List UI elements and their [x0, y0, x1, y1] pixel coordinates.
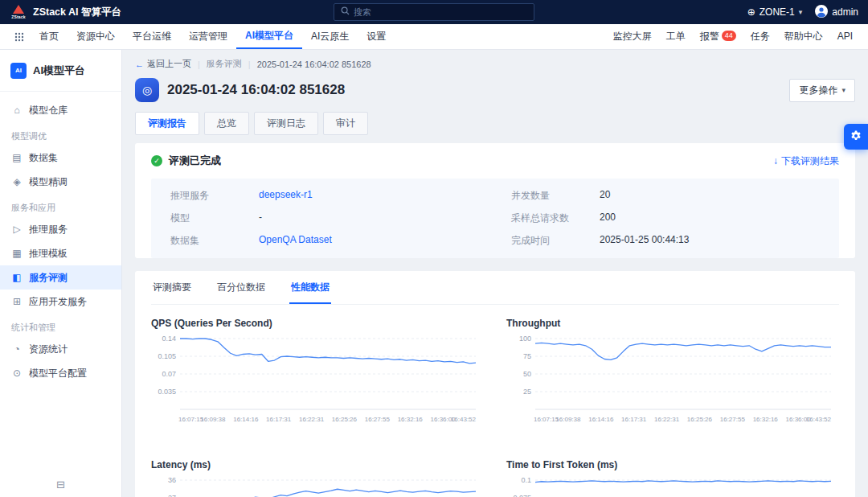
- svg-text:100: 100: [519, 335, 531, 343]
- zstack-logo: ZStack: [10, 2, 27, 22]
- field-total-requests: 采样总请求数 200: [511, 212, 820, 225]
- global-search[interactable]: [334, 3, 534, 21]
- svg-text:0.1: 0.1: [521, 476, 531, 484]
- page-title: 2025-01-24 16:04:02 851628: [167, 82, 345, 98]
- sidebar-item-inference-service[interactable]: ▷ 推理服务: [0, 217, 121, 241]
- back-button[interactable]: ← 返回上一页: [135, 58, 191, 70]
- username: admin: [832, 6, 858, 18]
- svg-text:16:25:26: 16:25:26: [687, 416, 713, 423]
- finetune-icon: ◈: [11, 176, 23, 187]
- nav-item-home[interactable]: 首页: [31, 25, 68, 48]
- tab-eval-summary[interactable]: 评测摘要: [151, 271, 193, 304]
- chart-canvas: 0.0250.050.0750.116:07:1516:09:3816:14:1…: [506, 474, 839, 497]
- field-model: 模型 -: [170, 212, 479, 225]
- global-search-input[interactable]: [354, 7, 527, 17]
- dataset-link[interactable]: OpenQA Dataset: [259, 234, 332, 248]
- breadcrumb-separator: |: [198, 60, 200, 69]
- floating-settings-button[interactable]: [844, 124, 868, 150]
- nav-item-ai-model-platform[interactable]: AI模型平台: [236, 24, 302, 49]
- zone-label: ZONE-1: [760, 6, 795, 18]
- chevron-down-icon: ▾: [799, 8, 803, 16]
- nav-item-operation-mgmt[interactable]: 运营管理: [180, 25, 236, 48]
- svg-text:16:27:55: 16:27:55: [365, 416, 391, 423]
- breadcrumb-item-service-eval[interactable]: 服务评测: [207, 58, 242, 70]
- tab-audit[interactable]: 审计: [323, 112, 368, 135]
- nav-item-settings[interactable]: 设置: [358, 25, 395, 48]
- sidebar-item-resource-stats[interactable]: ◔ 资源统计: [0, 337, 121, 361]
- globe-icon: ⊕: [747, 6, 755, 18]
- svg-text:75: 75: [523, 352, 531, 360]
- sidebar-header: AI AI模型平台: [0, 50, 121, 92]
- collapse-sidebar-icon: ⊟: [56, 479, 65, 491]
- sidebar-item-dataset[interactable]: ▤ 数据集: [0, 146, 121, 170]
- svg-text:50: 50: [523, 370, 531, 378]
- svg-text:0.035: 0.035: [158, 388, 176, 396]
- sidebar-item-platform-config[interactable]: ⊙ 模型平台配置: [0, 361, 121, 385]
- field-concurrency: 并发数量 20: [511, 189, 820, 203]
- brand-title: ZStack AI 智算平台: [33, 6, 121, 19]
- sidebar-group-service-app: 服务和应用: [0, 194, 121, 217]
- service-eval-badge-icon: ◎: [135, 78, 159, 102]
- svg-text:16:27:55: 16:27:55: [720, 416, 746, 423]
- nav-item-ai-cloud-native[interactable]: AI云原生: [302, 25, 358, 48]
- apps-grid-icon[interactable]: [8, 32, 31, 42]
- tab-overview[interactable]: 总览: [204, 112, 249, 135]
- sidebar-item-model-repo[interactable]: ⌂ 模型仓库: [0, 98, 121, 122]
- user-menu[interactable]: admin: [815, 5, 858, 20]
- brand: ZStack ZStack AI 智算平台: [10, 2, 121, 22]
- svg-text:16:22:31: 16:22:31: [654, 416, 680, 423]
- more-actions-button[interactable]: 更多操作 ▾: [789, 79, 855, 102]
- model-repo-icon: ⌂: [11, 105, 23, 116]
- chart-ttft: Time to First Token (ms) 0.0250.050.0750…: [506, 448, 839, 497]
- sidebar-item-inference-template[interactable]: ▦ 推理模板: [0, 241, 121, 265]
- inference-template-icon: ▦: [11, 248, 23, 259]
- nav-item-help-center[interactable]: 帮助中心: [777, 25, 830, 48]
- nav-item-platform-ops[interactable]: 平台运维: [124, 25, 180, 48]
- chart-title: Latency (ms): [151, 459, 484, 470]
- svg-text:16:17:31: 16:17:31: [266, 416, 292, 423]
- svg-text:16:32:16: 16:32:16: [398, 416, 424, 423]
- success-check-icon: ✓: [151, 155, 162, 166]
- platform-config-icon: ⊙: [11, 368, 23, 379]
- chart-latency: Latency (ms) 918273616:07:1516:09:3816:1…: [151, 448, 484, 497]
- tab-percentile-data[interactable]: 百分位数据: [215, 271, 267, 304]
- svg-text:16:22:31: 16:22:31: [299, 416, 325, 423]
- nav-item-alarm[interactable]: 报警44: [693, 25, 743, 48]
- nav-item-monitor-screen[interactable]: 监控大屏: [606, 25, 659, 48]
- nav-item-task[interactable]: 任务: [743, 25, 777, 48]
- svg-text:0.105: 0.105: [158, 352, 176, 360]
- sidebar-item-model-finetune[interactable]: ◈ 模型精调: [0, 170, 121, 194]
- tab-eval-report[interactable]: 评测报告: [135, 112, 199, 135]
- ai-chip-icon: AI: [10, 63, 27, 79]
- chart-qps: QPS (Queries Per Second) 0.0350.070.1050…: [151, 306, 484, 448]
- svg-text:16:09:38: 16:09:38: [200, 416, 226, 423]
- svg-text:0.14: 0.14: [162, 335, 176, 343]
- tab-eval-log[interactable]: 评测日志: [254, 112, 318, 135]
- zone-selector[interactable]: ⊕ ZONE-1 ▾: [747, 6, 803, 18]
- breadcrumb-item-current: 2025-01-24 16:04:02 851628: [257, 60, 371, 69]
- nav-item-api[interactable]: API: [830, 25, 860, 48]
- service-eval-icon: ◧: [11, 272, 23, 283]
- sidebar-group-stats-mgmt: 统计和管理: [0, 314, 121, 337]
- collapse-sidebar-button[interactable]: ⊟: [0, 471, 121, 497]
- inference-service-link[interactable]: deepseek-r1: [259, 189, 313, 203]
- sidebar: AI AI模型平台 ⌂ 模型仓库 模型调优 ▤ 数据集 ◈ 模型精调 服务和应用…: [0, 50, 122, 497]
- sidebar-item-service-eval[interactable]: ◧ 服务评测: [0, 265, 121, 290]
- chart-canvas: 0.0350.070.1050.1416:07:1516:09:3816:14:…: [151, 332, 484, 448]
- chart-throughput: Throughput 25507510016:07:1516:09:3816:1…: [506, 306, 839, 448]
- svg-text:16:43:52: 16:43:52: [806, 416, 832, 423]
- nav-item-resource-center[interactable]: 资源中心: [68, 25, 124, 48]
- report-tabs: 评测摘要 百分位数据 性能数据: [151, 271, 839, 305]
- svg-text:25: 25: [523, 388, 531, 396]
- status-text: 评测已完成: [169, 154, 221, 168]
- chart-title: QPS (Queries Per Second): [151, 318, 484, 329]
- svg-text:16:14:16: 16:14:16: [233, 416, 259, 423]
- svg-text:16:25:26: 16:25:26: [332, 416, 358, 423]
- nav-item-ticket[interactable]: 工单: [659, 25, 693, 48]
- download-results-link[interactable]: ↓ 下载评测结果: [773, 154, 839, 168]
- tab-performance-data[interactable]: 性能数据: [289, 271, 331, 304]
- sidebar-item-app-dev-service[interactable]: ⊞ 应用开发服务: [0, 290, 121, 314]
- search-icon: [341, 6, 350, 18]
- svg-text:16:14:16: 16:14:16: [588, 416, 614, 423]
- chart-canvas: 918273616:07:1516:09:3816:14:1616:17:311…: [151, 474, 484, 497]
